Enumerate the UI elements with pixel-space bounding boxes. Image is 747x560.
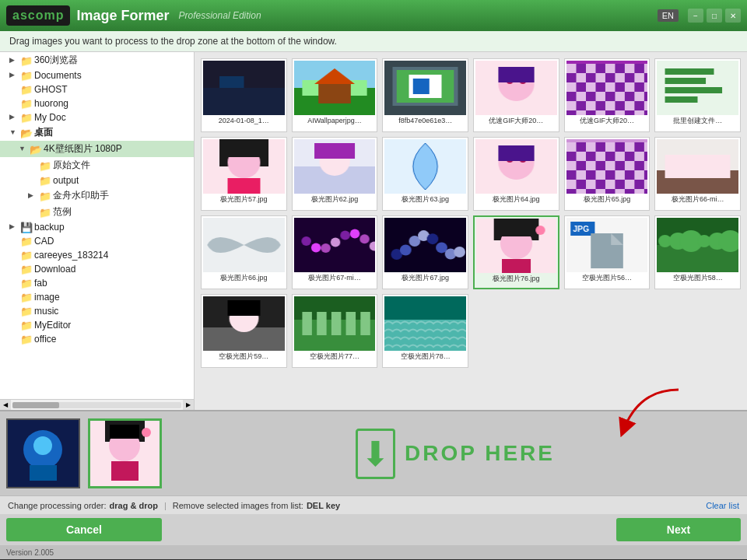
file-tree[interactable]: ▶📁360浏览器▶📁Documents 📁GHOST 📁huorong▶📁My … xyxy=(0,52,194,399)
image-tile-img16[interactable]: 极光图片76.jpg xyxy=(473,215,559,289)
tree-arrow-desktop: ▼ xyxy=(9,128,19,138)
image-tile-img8[interactable]: 极光图片62.jpg xyxy=(292,137,378,211)
image-tile-img3[interactable]: f8fb47e0e61e3… xyxy=(382,58,468,132)
canvas-img13 xyxy=(203,218,285,272)
canvas-img14 xyxy=(294,218,376,272)
image-tile-img15[interactable]: 极光图片67.jpg xyxy=(382,215,468,289)
tree-item-backup[interactable]: ▶💾backup xyxy=(0,220,194,234)
folder-icon-mydoc: 📁 xyxy=(20,112,33,123)
image-tile-img5[interactable]: 优速GIF大师20… xyxy=(564,58,651,132)
tree-arrow-wallpaper1080p: ▼ xyxy=(19,145,28,154)
image-tile-img10[interactable]: 极光图片64.jpg xyxy=(473,137,559,211)
image-tile-img9[interactable]: 极光图片63.jpg xyxy=(382,137,468,211)
tree-arrow-fab xyxy=(9,278,19,288)
preview-thumb-2[interactable] xyxy=(88,418,162,488)
tree-item-ghost[interactable]: 📁GHOST xyxy=(0,82,194,96)
tree-item-myeditor[interactable]: 📁MyEditor xyxy=(0,318,194,332)
tree-item-office[interactable]: 📁office xyxy=(0,332,194,346)
image-grid-panel[interactable]: 2024-01-08_1…AIWallpaperjpg…f8fb47e0e61e… xyxy=(195,52,747,410)
canvas-img9 xyxy=(384,139,466,194)
drop-zone-section[interactable]: ⬇ DROP HERE xyxy=(0,410,747,495)
tree-item-output[interactable]: 📁output xyxy=(0,173,194,187)
clear-list-button[interactable]: Clear list xyxy=(706,501,739,510)
image-thumbnail-img9 xyxy=(384,139,466,194)
image-tile-img12[interactable]: 极光图片66-mi… xyxy=(654,137,741,211)
folder-icon-jinshu: 📁 xyxy=(39,191,51,201)
tree-label-image: image xyxy=(34,292,60,303)
canvas-img8 xyxy=(294,139,376,194)
image-tile-img20[interactable]: 空极光图片77… xyxy=(292,294,378,368)
scroll-left-arrow[interactable]: ◀ xyxy=(0,400,11,411)
maximize-button[interactable]: □ xyxy=(707,9,722,23)
bottom-bar: Cancel Next xyxy=(0,514,747,545)
tree-label-jinshu: 金舟水印助手 xyxy=(53,189,109,202)
image-label-img10: 极光图片64.jpg xyxy=(493,195,540,204)
tree-item-examples[interactable]: 📁范例 xyxy=(0,204,194,220)
tree-label-cad: CAD xyxy=(34,236,54,247)
image-label-img2: AIWallpaperjpg… xyxy=(307,117,362,125)
tree-item-huorong[interactable]: 📁huorong xyxy=(0,96,194,110)
image-label-img14: 极光图片67-mi… xyxy=(308,274,361,282)
image-tile-img6[interactable]: 批里创建文件… xyxy=(654,58,741,132)
image-thumbnail-img21 xyxy=(384,296,466,351)
tree-item-fab[interactable]: 📁fab xyxy=(0,276,194,290)
tree-item-cad[interactable]: 📁CAD xyxy=(0,234,194,248)
tree-item-careeyes[interactable]: 📁careeyes_183214 xyxy=(0,248,194,262)
image-tile-img18[interactable]: 空极光图片58… xyxy=(654,215,741,289)
tree-arrow-360browser: ▶ xyxy=(9,56,19,65)
drop-zone[interactable]: ⬇ DROP HERE xyxy=(170,429,741,479)
next-button[interactable]: Next xyxy=(616,518,741,541)
left-panel: ▶📁360浏览器▶📁Documents 📁GHOST 📁huorong▶📁My … xyxy=(0,52,195,410)
image-tile-img21[interactable]: 空极光图片78… xyxy=(382,294,468,368)
image-tile-img19[interactable]: 空极光图片59… xyxy=(201,294,287,368)
image-label-img16: 极光图片76.jpg xyxy=(493,275,540,283)
image-label-img5: 优速GIF大师20… xyxy=(580,117,634,125)
tree-label-music: music xyxy=(34,306,58,317)
canvas-img19 xyxy=(203,296,285,351)
image-label-img21: 空极光图片78… xyxy=(401,352,451,361)
image-label-img8: 极光图片62.jpg xyxy=(311,195,359,204)
image-label-img20: 空极光图片77… xyxy=(310,352,359,361)
tree-label-examples: 范例 xyxy=(53,205,72,219)
titlebar-right: EN − □ ✕ xyxy=(658,9,741,23)
image-tile-img13[interactable]: 极光图片66.jpg xyxy=(201,215,287,289)
image-tile-img2[interactable]: AIWallpaperjpg… xyxy=(292,58,378,132)
tree-item-jinshu[interactable]: ▶📁金舟水印助手 xyxy=(0,187,194,204)
image-tile-img7[interactable]: 极光图片57.jpg xyxy=(201,137,287,211)
image-tile-img4[interactable]: 优速GIF大师20… xyxy=(473,58,559,132)
image-tile-img14[interactable]: 极光图片67-mi… xyxy=(292,215,378,289)
canvas-img2 xyxy=(294,61,376,115)
tree-arrow-download xyxy=(9,264,19,274)
tree-item-documents[interactable]: ▶📁Documents xyxy=(0,68,194,82)
tree-item-mydoc[interactable]: ▶📁My Doc xyxy=(0,110,194,124)
tree-arrow-office xyxy=(9,334,19,344)
tree-item-wallpaper1080p[interactable]: ▼📂4K壁纸图片 1080P xyxy=(0,141,194,157)
cancel-button[interactable]: Cancel xyxy=(6,518,162,541)
tree-arrow-backup: ▶ xyxy=(9,222,19,232)
tree-arrow-ghost xyxy=(9,85,19,94)
tree-item-music[interactable]: 📁music xyxy=(0,304,194,318)
horizontal-scrollbar[interactable]: ◀ ▶ xyxy=(0,399,194,410)
minimize-button[interactable]: − xyxy=(688,9,703,23)
tree-item-original[interactable]: 📁原始文件 xyxy=(0,157,194,173)
image-tile-img17[interactable]: 空极光图片56… xyxy=(564,215,651,289)
tree-arrow-myeditor xyxy=(9,320,19,330)
tree-arrow-mydoc: ▶ xyxy=(9,113,19,122)
tree-item-image[interactable]: 📁image xyxy=(0,290,194,304)
preview-thumb-1[interactable] xyxy=(6,418,80,488)
app-edition: Professional Edition xyxy=(179,10,261,21)
tree-item-desktop[interactable]: ▼📂桌面 xyxy=(0,124,194,141)
scroll-right-arrow[interactable]: ▶ xyxy=(183,400,194,411)
tree-item-download[interactable]: 📁Download xyxy=(0,262,194,276)
close-button[interactable]: ✕ xyxy=(725,9,741,23)
image-tile-img11[interactable]: 极光图片65.jpg xyxy=(564,137,651,211)
folder-icon-360browser: 📁 xyxy=(20,55,33,66)
lang-button[interactable]: EN xyxy=(658,9,679,22)
status-del-key: DEL key xyxy=(307,501,340,510)
image-thumbnail-img17 xyxy=(566,218,648,272)
tree-item-360browser[interactable]: ▶📁360浏览器 xyxy=(0,52,194,68)
image-tile-img1[interactable]: 2024-01-08_1… xyxy=(201,58,287,132)
folder-icon-huorong: 📁 xyxy=(20,98,33,109)
image-label-img1: 2024-01-08_1… xyxy=(219,117,269,125)
canvas-img4 xyxy=(475,61,557,115)
